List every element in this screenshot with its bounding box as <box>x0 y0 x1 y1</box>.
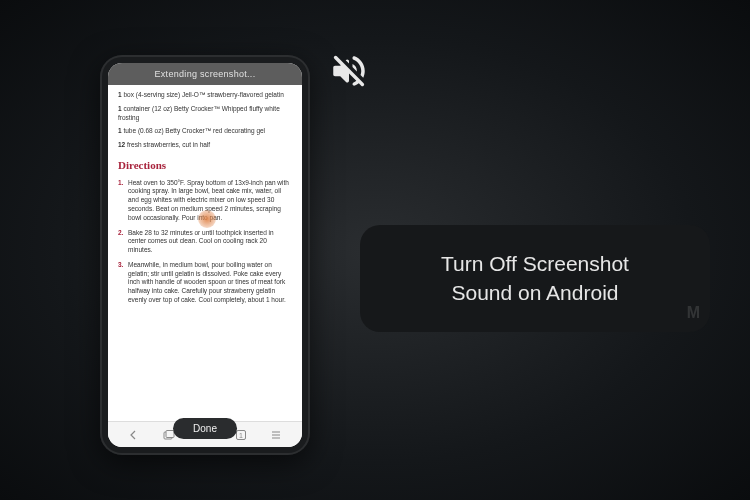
recipe-content: 1 box (4-serving size) Jell-O™ strawberr… <box>108 85 302 421</box>
menu-icon[interactable] <box>269 428 283 442</box>
direction-step: 1.Heat oven to 350°F. Spray bottom of 13… <box>118 179 292 223</box>
back-icon[interactable] <box>127 428 141 442</box>
done-button[interactable]: Done <box>173 418 237 439</box>
caption-box: Turn Off Screenshot Sound on Android M <box>360 225 710 332</box>
caption-text: Turn Off Screenshot Sound on Android <box>390 249 680 308</box>
ingredient-item: 1 container (12 oz) Betty Crocker™ Whipp… <box>118 105 292 123</box>
watermark: M <box>687 304 700 322</box>
direction-step: 2.Bake 28 to 32 minutes or until toothpi… <box>118 229 292 255</box>
direction-step: 3.Meanwhile, in medium bowl, pour boilin… <box>118 261 292 305</box>
done-bar: Done <box>173 418 237 439</box>
ingredient-item: 1 box (4-serving size) Jell-O™ strawberr… <box>118 91 292 100</box>
phone-mockup: Extending screenshot... 1 box (4-serving… <box>100 55 310 455</box>
phone-screen: Extending screenshot... 1 box (4-serving… <box>108 63 302 447</box>
ingredient-item: 12 fresh strawberries, cut in half <box>118 141 292 150</box>
volume-mute-icon <box>328 50 370 92</box>
directions-heading: Directions <box>118 158 292 173</box>
ingredient-item: 1 tube (0.68 oz) Betty Crocker™ red deco… <box>118 127 292 136</box>
svg-text:1: 1 <box>239 431 243 438</box>
screenshot-extending-bar: Extending screenshot... <box>108 63 302 85</box>
